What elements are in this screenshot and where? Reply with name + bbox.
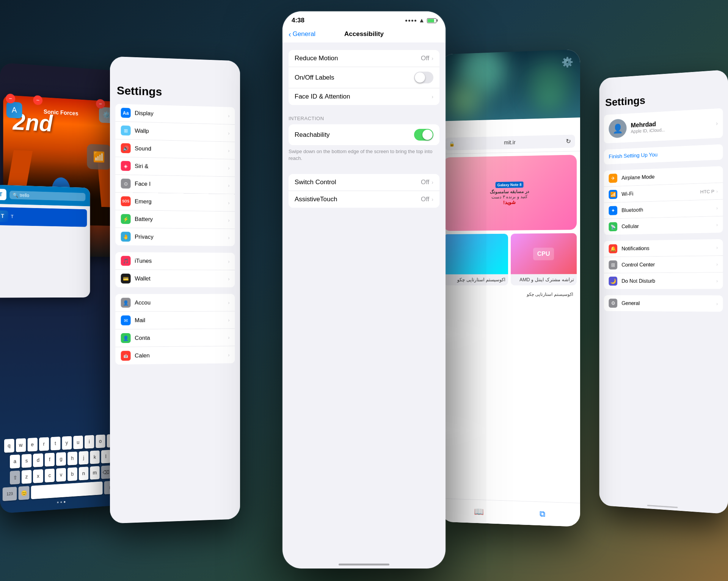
settings-row-privacy[interactable]: 🤚 Privacy › [115, 228, 235, 246]
onoff-labels-row[interactable]: On/Off Labels [289, 67, 439, 88]
privacy-label: Privacy [135, 233, 228, 241]
key-y[interactable]: y [62, 436, 72, 450]
key-x[interactable]: x [33, 469, 43, 483]
general-row[interactable]: ⚙ General › [604, 295, 723, 312]
refresh-icon[interactable]: ↻ [566, 138, 571, 145]
key-space[interactable] [31, 481, 103, 499]
wallet-icon: 💳 [121, 274, 131, 283]
blur-dot-4 [536, 84, 563, 112]
key-q[interactable]: q [4, 439, 14, 453]
reachability-row[interactable]: Reachability [289, 124, 439, 145]
bluetooth-label: Bluetooth [621, 205, 716, 213]
key-delete[interactable]: ⌫ [101, 465, 111, 479]
assistive-touch-row[interactable]: AssistiveTouch Off › [289, 191, 439, 208]
settings-row-siri[interactable]: ◈ Siri & › [115, 157, 235, 177]
settings-row-faceid[interactable]: ⊙ Face I › [115, 175, 235, 194]
control-center-label: Control Center [621, 261, 716, 268]
url-bar[interactable]: 🔒 mit.ir ↻ [445, 135, 575, 150]
news-card-2[interactable]: CPU تراشه مشترک اینتل و AMD [511, 233, 577, 285]
battery-chevron: › [228, 218, 229, 223]
key-f[interactable]: f [45, 453, 55, 467]
key-shift[interactable]: ⇧ [10, 471, 20, 485]
appstore-icon[interactable]: A [6, 102, 22, 119]
key-k[interactable]: k [90, 450, 99, 464]
wifi-icon-wrap: 📶 [609, 190, 617, 199]
faceid-label: Face I [135, 180, 228, 189]
news-card-1[interactable]: اکوسیستم استارتاپی چکو [444, 234, 508, 285]
signal-dot-3 [411, 20, 413, 22]
contacts-chevron: › [228, 335, 229, 340]
browser-tab-pages[interactable]: ⧉ [540, 509, 545, 519]
settings-row-accounts[interactable]: 👤 Accou › [115, 294, 235, 312]
key-b[interactable]: b [67, 467, 77, 481]
key-w[interactable]: w [16, 438, 26, 452]
cellular-chevron: › [716, 222, 718, 227]
trello-board-icon: T [0, 210, 8, 222]
cellular-row[interactable]: 📡 Cellular › [604, 216, 723, 235]
battery-tip [437, 19, 438, 22]
faceid-chevron: › [228, 183, 229, 188]
key-123[interactable]: 123 [3, 487, 17, 501]
switch-control-label: Switch Control [295, 179, 421, 186]
lock-icon: 🔒 [449, 141, 455, 147]
interaction-header: INTERACTION [282, 113, 446, 123]
settings-row-sound[interactable]: 🔊 Sound › [115, 139, 235, 160]
key-z[interactable]: z [22, 470, 31, 484]
emergency-chevron: › [228, 200, 229, 205]
trello-search-bar[interactable]: 🔍 trello [9, 191, 85, 201]
reduce-motion-row[interactable]: Reduce Motion Off › [289, 50, 439, 67]
close-btn-settings[interactable]: − [96, 99, 105, 109]
key-d[interactable]: d [33, 453, 43, 467]
control-center-row[interactable]: ⊞ Control Center › [604, 256, 723, 273]
notifications-row[interactable]: 🔔 Notifications › [604, 239, 723, 257]
settings-row-battery[interactable]: ⚡ Battery › [115, 210, 235, 229]
trello-board-item[interactable]: T T [0, 207, 87, 227]
do-not-disturb-row[interactable]: 🌙 Do Not Disturb › [604, 272, 723, 289]
onoff-toggle[interactable] [414, 72, 433, 83]
key-u[interactable]: u [73, 435, 83, 449]
browser-tab-books[interactable]: 📖 [474, 507, 484, 517]
home-indicator-5 [647, 505, 678, 508]
key-i[interactable]: i [85, 435, 94, 449]
settings-row-calendar[interactable]: 📅 Calen › [115, 346, 235, 365]
finish-setup-banner[interactable]: Finish Setting Up You [604, 144, 723, 164]
key-s[interactable]: s [22, 454, 31, 468]
accessibility-content: Reduce Motion Off › On/Off Labels Face I… [282, 42, 446, 208]
settings-row-itunes[interactable]: 🎵 iTunes › [115, 252, 235, 270]
key-a[interactable]: a [10, 454, 20, 468]
key-t[interactable]: t [50, 437, 60, 450]
key-m[interactable]: m [90, 466, 99, 480]
key-o[interactable]: o [96, 435, 105, 448]
wifi-value: HTC P [700, 188, 714, 194]
reachability-toggle[interactable] [414, 129, 433, 141]
browser-content: Galaxy Note 8 در مسابقه سامسونگ کنید و ب… [440, 151, 580, 527]
screen-settings-list: Settings Aa Display › ⊞ Wallp › [110, 56, 240, 524]
faceid-attention-row[interactable]: Face ID & Attention › [289, 88, 439, 105]
key-h[interactable]: h [67, 451, 77, 465]
eco-article[interactable]: اکوسیستم استارتاپی چکو [444, 288, 577, 301]
product-card[interactable]: Galaxy Note 8 در مسابقه سامسونگ کنید و ب… [444, 155, 577, 231]
key-v[interactable]: v [56, 468, 66, 482]
close-btn-appstore[interactable]: − [6, 94, 15, 104]
key-l[interactable]: l [101, 450, 111, 464]
settings-row-wallet[interactable]: 💳 Wallet › [115, 270, 235, 287]
trello-card[interactable]: T 🔍 trello T T [0, 185, 90, 298]
key-g[interactable]: g [56, 452, 66, 466]
settings-row-wallpaper[interactable]: ⊞ Wallp › [115, 122, 235, 142]
settings-row-display[interactable]: Aa Display › [115, 104, 235, 125]
wifi-card[interactable]: 📶 [87, 144, 111, 170]
settings-row-contacts[interactable]: 👤 Conta › [115, 329, 235, 347]
key-emoji[interactable]: 😊 [19, 486, 30, 500]
sound-icon: 🔊 [121, 143, 131, 153]
back-button[interactable]: ‹ General [289, 30, 315, 39]
key-r[interactable]: r [39, 437, 49, 451]
switch-control-row[interactable]: Switch Control Off › [289, 174, 439, 191]
key-c[interactable]: c [45, 468, 55, 482]
key-j[interactable]: j [79, 451, 89, 465]
settings-row-mail[interactable]: ✉ Mail › [115, 311, 235, 329]
close-btn-sonic[interactable]: − [33, 95, 42, 105]
key-n[interactable]: n [79, 467, 89, 480]
settings-row-emergency[interactable]: SOS Emerg › [115, 193, 235, 212]
key-e[interactable]: e [27, 438, 37, 452]
bluetooth-row[interactable]: ✦ Bluetooth › [604, 199, 723, 219]
